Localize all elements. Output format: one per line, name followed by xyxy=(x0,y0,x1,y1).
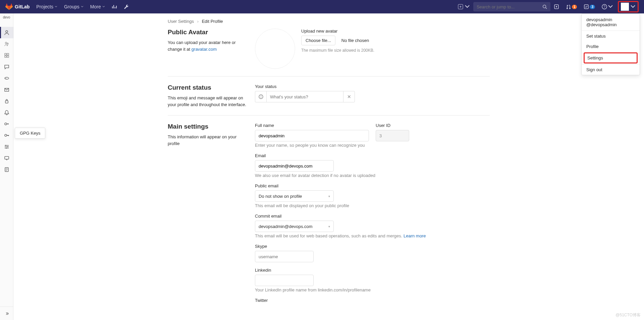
email-input[interactable] xyxy=(255,160,334,172)
watermark: @51CTO博客 xyxy=(615,312,641,318)
sidebar-item-applications[interactable] xyxy=(0,50,13,61)
sidebar-item-password[interactable] xyxy=(0,95,13,107)
sidebar-item-emails[interactable] xyxy=(0,84,13,95)
section-title: Current status xyxy=(168,84,248,91)
linkedin-input[interactable] xyxy=(255,275,314,286)
email-label: Email xyxy=(255,153,490,158)
nav-more[interactable]: More xyxy=(87,0,108,13)
chevron-down-icon xyxy=(608,4,613,9)
status-label: Your status xyxy=(255,84,490,89)
twitter-label: Twitter xyxy=(255,298,490,303)
dropdown-sign-out[interactable]: Sign out xyxy=(582,64,640,75)
sidebar-avatar: devo xyxy=(2,15,11,25)
global-search[interactable] xyxy=(473,2,550,11)
section-desc: This information will appear on your pro… xyxy=(168,134,248,147)
clear-status-button[interactable]: ✕ xyxy=(343,91,355,102)
sidebar-item-access-tokens[interactable] xyxy=(0,73,13,84)
svg-point-29 xyxy=(261,96,262,96)
tanuki-icon xyxy=(5,3,13,10)
email-hint: We also use email for avatar detection i… xyxy=(255,173,490,178)
sidebar-collapse[interactable] xyxy=(0,307,13,320)
gravatar-link[interactable]: gravatar.com xyxy=(192,47,217,52)
nav-activity-icon[interactable] xyxy=(108,0,120,13)
no-file-text: No file chosen xyxy=(341,38,369,43)
nav-issues-icon[interactable] xyxy=(550,0,562,13)
full-name-label: Full name xyxy=(255,123,369,128)
svg-point-3 xyxy=(556,6,557,7)
nav-plus[interactable] xyxy=(454,0,473,13)
svg-point-23 xyxy=(7,146,8,147)
max-size-hint: The maximum file size allowed is 200KB. xyxy=(301,48,374,53)
breadcrumb-separator: › xyxy=(197,19,199,24)
sidebar-item-gpg-keys[interactable] xyxy=(0,130,13,141)
sidebar-item-authentication-log[interactable] xyxy=(0,164,13,175)
svg-point-11 xyxy=(7,43,8,44)
dropdown-set-status[interactable]: Set status xyxy=(582,31,640,41)
dropdown-profile[interactable]: Profile xyxy=(582,41,640,52)
sidebar-item-ssh-keys[interactable] xyxy=(0,118,13,130)
nav-user-avatar[interactable] xyxy=(618,1,639,12)
dropdown-header: devopsadmin @devopsadmin xyxy=(582,14,640,31)
nav-admin-wrench-icon[interactable] xyxy=(120,0,132,13)
svg-rect-25 xyxy=(5,156,9,159)
sidebar-item-chat[interactable] xyxy=(0,61,13,73)
svg-rect-14 xyxy=(5,56,6,57)
nav-merge-requests-icon[interactable]: 1 xyxy=(562,0,581,13)
todo-badge: 3 xyxy=(590,5,595,9)
full-name-input[interactable] xyxy=(255,130,369,141)
section-main-settings: Main settings This information will appe… xyxy=(168,123,490,308)
svg-point-5 xyxy=(569,8,571,9)
section-title: Public Avatar xyxy=(168,29,248,36)
svg-rect-12 xyxy=(5,53,6,55)
sidebar-item-profile[interactable] xyxy=(0,27,13,38)
nav-groups[interactable]: Groups xyxy=(61,0,87,13)
full-name-hint: Enter your name, so people you know can … xyxy=(255,143,369,148)
search-input[interactable] xyxy=(477,4,542,9)
sidebar-item-account[interactable] xyxy=(0,38,13,50)
svg-point-4 xyxy=(567,8,568,9)
nav-projects[interactable]: Projects xyxy=(33,0,61,13)
emoji-picker-button[interactable] xyxy=(255,91,266,102)
sidebar-item-active-sessions[interactable] xyxy=(0,152,13,164)
dropdown-settings[interactable]: Settings xyxy=(584,52,638,63)
commit-email-hint: This email will be used for web based op… xyxy=(255,233,490,238)
chevron-down-icon xyxy=(55,5,57,8)
skype-label: Skype xyxy=(255,244,490,249)
chevron-down-icon: ▾ xyxy=(328,194,330,198)
section-current-status: Current status This emoji and message wi… xyxy=(168,84,490,108)
section-title: Main settings xyxy=(168,123,248,130)
nav-help-icon[interactable]: ? xyxy=(598,0,616,13)
choose-file-button[interactable]: Choose file... xyxy=(301,36,335,45)
sidebar-item-notifications[interactable] xyxy=(0,107,13,118)
status-input[interactable] xyxy=(266,91,343,102)
svg-point-9 xyxy=(6,31,8,33)
svg-point-16 xyxy=(5,77,9,79)
public-email-select[interactable]: Do not show on profile ▾ xyxy=(255,190,334,202)
sidebar-item-preferences[interactable] xyxy=(0,141,13,152)
commit-email-select[interactable]: devopsadmin@devops.com ▾ xyxy=(255,221,334,232)
svg-rect-19 xyxy=(5,101,8,103)
main-content: User Settings › Edit Profile Public Avat… xyxy=(13,13,644,320)
breadcrumb-root[interactable]: User Settings xyxy=(168,19,194,24)
breadcrumb: User Settings › Edit Profile xyxy=(168,17,490,29)
svg-point-22 xyxy=(5,145,6,146)
svg-text:?: ? xyxy=(603,5,605,9)
commit-email-label: Commit email xyxy=(255,214,490,219)
chevron-down-icon xyxy=(630,4,636,9)
svg-point-17 xyxy=(5,78,6,79)
gitlab-logo[interactable]: GitLab xyxy=(5,3,30,10)
learn-more-link[interactable]: Learn more xyxy=(404,233,426,238)
avatar-preview xyxy=(255,29,295,69)
svg-rect-15 xyxy=(7,56,9,57)
dropdown-name: devopsadmin xyxy=(586,17,635,22)
merge-badge: 1 xyxy=(572,5,577,9)
svg-point-20 xyxy=(5,123,7,125)
search-icon xyxy=(542,4,547,9)
nav-todos-icon[interactable]: 3 xyxy=(580,0,598,13)
brand-text: GitLab xyxy=(15,4,30,9)
svg-point-10 xyxy=(5,42,7,44)
chevron-down-icon xyxy=(465,4,470,9)
skype-input[interactable] xyxy=(255,251,314,262)
svg-point-24 xyxy=(6,148,7,149)
user-id-label: User ID xyxy=(376,123,409,128)
